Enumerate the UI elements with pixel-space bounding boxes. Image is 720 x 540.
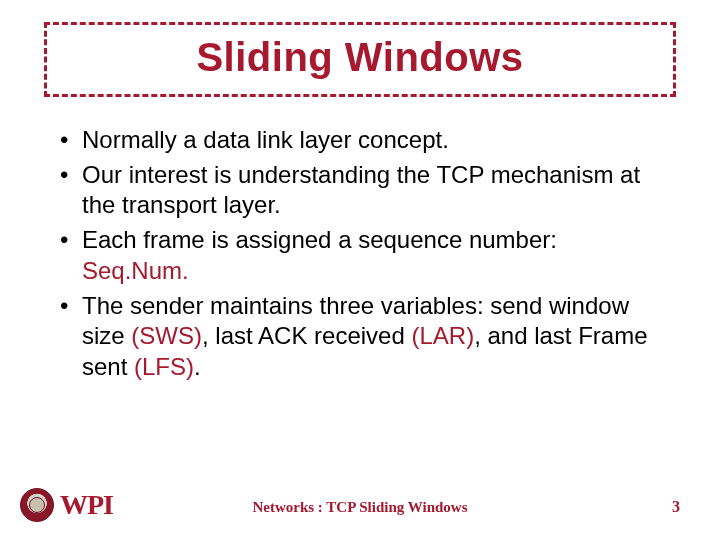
- emphasis-term: (SWS): [131, 322, 202, 349]
- bullet-text: Normally a data link layer concept.: [82, 126, 449, 153]
- bullet-text: Each frame is assigned a sequence number…: [82, 226, 557, 253]
- list-item: Our interest is understanding the TCP me…: [54, 160, 666, 221]
- list-item: Normally a data link layer concept.: [54, 125, 666, 156]
- emphasis-term: Seq.Num.: [82, 257, 189, 284]
- bullet-part: .: [194, 353, 201, 380]
- footer-title: Networks : TCP Sliding Windows: [252, 499, 467, 516]
- bullet-text: Our interest is understanding the TCP me…: [82, 161, 640, 219]
- title-box: Sliding Windows: [44, 22, 676, 97]
- bullet-part: , last ACK received: [202, 322, 411, 349]
- emphasis-term: (LFS): [134, 353, 194, 380]
- wpi-logo: WPI: [20, 488, 113, 522]
- page-number: 3: [672, 498, 680, 516]
- list-item: The sender maintains three variables: se…: [54, 291, 666, 383]
- list-item: Each frame is assigned a sequence number…: [54, 225, 666, 286]
- slide-title: Sliding Windows: [47, 35, 673, 80]
- slide-content: Normally a data link layer concept. Our …: [54, 125, 666, 383]
- emphasis-term: (LAR): [411, 322, 474, 349]
- wpi-seal-icon: [20, 488, 54, 522]
- slide-footer: WPI Networks : TCP Sliding Windows 3: [0, 482, 720, 522]
- wpi-wordmark: WPI: [60, 489, 113, 521]
- bullet-list: Normally a data link layer concept. Our …: [54, 125, 666, 383]
